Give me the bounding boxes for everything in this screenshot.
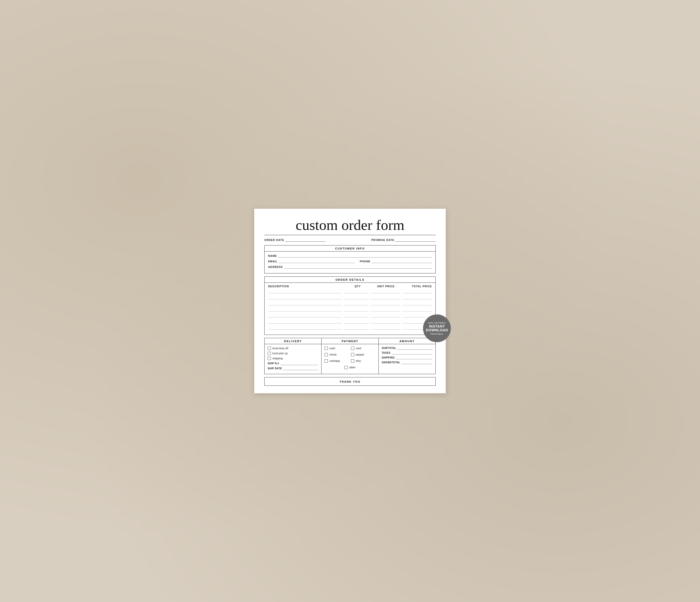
desc-field-4[interactable]: [268, 308, 342, 311]
unit-field-6[interactable]: [371, 320, 400, 323]
promise-date-label: PROMISE DATE: [371, 238, 394, 241]
customer-info-section: CUSTOMER INFO NAME EMAIL PHONE ADDRESS: [264, 245, 436, 273]
unit-field-5[interactable]: [371, 314, 400, 317]
delivery-option-3[interactable]: shipping: [268, 357, 318, 360]
payment-etsy[interactable]: etsy: [351, 359, 375, 363]
qty-field-1[interactable]: [344, 290, 369, 293]
unit-field-7[interactable]: [371, 326, 400, 330]
order-details-body: DESCRIPTION QTY UNIT PRICE TOTAL PRICE: [265, 283, 435, 335]
local-pickup-label: local pick up: [272, 352, 288, 355]
payment-check[interactable]: check: [325, 353, 349, 356]
total-field-4[interactable]: [402, 308, 432, 311]
promise-date-input[interactable]: [395, 238, 436, 242]
payment-cash[interactable]: cash: [325, 347, 349, 350]
qty-field-7[interactable]: [344, 326, 369, 330]
desc-field-7[interactable]: [268, 326, 342, 330]
order-row: [268, 308, 432, 311]
checkbox-check[interactable]: [325, 353, 328, 356]
cashapp-label: cashapp: [329, 359, 340, 362]
order-details-section: ORDER DETAILS DESCRIPTION QTY UNIT PRICE…: [264, 277, 436, 335]
desc-field-2[interactable]: [268, 296, 342, 299]
taxes-row: TAXES: [382, 351, 432, 355]
email-label: EMAIL: [268, 260, 278, 263]
total-field-3[interactable]: [402, 302, 432, 306]
checkbox-shipping[interactable]: [268, 357, 271, 360]
order-row: [268, 326, 432, 330]
unit-field-2[interactable]: [371, 296, 400, 299]
delivery-col: DELIVERY local drop off local pick up sh…: [265, 338, 322, 374]
amount-body: SUBTOTAL TAXES SHIPPING GRANDTOTAL: [379, 344, 435, 368]
col-description: DESCRIPTION: [268, 285, 345, 288]
checkbox-other[interactable]: [345, 366, 348, 369]
checkbox-cashapp[interactable]: [325, 359, 328, 363]
phone-field[interactable]: [371, 260, 432, 263]
checkbox-paypal[interactable]: [351, 353, 354, 356]
qty-field-2[interactable]: [344, 296, 369, 299]
ship-number-row: SHIP N.#: [268, 362, 318, 365]
ship-date-field[interactable]: [283, 367, 318, 370]
address-label: ADDRESS: [268, 265, 283, 268]
paper-form: 100% EDITABLE INSTANT DOWNLOAD PRINTABLE…: [254, 209, 446, 393]
phone-label: PHONE: [360, 260, 370, 263]
email-field[interactable]: [279, 260, 355, 263]
qty-field-3[interactable]: [344, 302, 369, 306]
subtotal-field[interactable]: [397, 347, 432, 350]
unit-field-1[interactable]: [371, 290, 400, 293]
title-area: custom order form: [264, 216, 436, 235]
desc-field-6[interactable]: [268, 320, 342, 323]
qty-field-4[interactable]: [344, 308, 369, 311]
customer-info-body: NAME EMAIL PHONE ADDRESS: [265, 252, 435, 273]
order-col-headers: DESCRIPTION QTY UNIT PRICE TOTAL PRICE: [268, 285, 432, 288]
delivery-body: local drop off local pick up shipping SH…: [265, 344, 321, 374]
payment-col: PAYMENT cash card check: [322, 338, 378, 374]
col-qty: QTY: [345, 285, 371, 288]
checkbox-card[interactable]: [351, 347, 354, 350]
name-label: NAME: [268, 254, 277, 257]
payment-paypal[interactable]: paypal: [351, 353, 375, 356]
qty-field-5[interactable]: [344, 314, 369, 317]
name-field[interactable]: [278, 254, 432, 258]
other-label: other: [349, 366, 355, 369]
customer-info-header: CUSTOMER INFO: [265, 245, 435, 252]
email-item: EMAIL: [268, 260, 355, 263]
payment-cashapp[interactable]: cashapp: [325, 359, 349, 363]
order-date-field: ORDER DATE: [264, 238, 326, 242]
address-field[interactable]: [284, 265, 432, 269]
ship-n-label: SHIP N.#: [268, 362, 279, 365]
checkbox-local-pickup[interactable]: [268, 352, 271, 355]
delivery-option-2[interactable]: local pick up: [268, 352, 318, 355]
payment-card[interactable]: card: [351, 347, 375, 350]
desc-field-1[interactable]: [268, 290, 342, 293]
taxes-field[interactable]: [392, 351, 432, 355]
desc-field-3[interactable]: [268, 302, 342, 306]
grandtotal-field[interactable]: [401, 361, 432, 364]
card-label: card: [356, 347, 361, 350]
total-field-2[interactable]: [402, 296, 432, 299]
etsy-label: etsy: [356, 359, 361, 362]
unit-field-3[interactable]: [371, 302, 400, 306]
checkbox-local-dropoff[interactable]: [268, 347, 271, 350]
email-phone-row: EMAIL PHONE: [268, 260, 432, 263]
delivery-header: DELIVERY: [265, 338, 321, 344]
stamp-circle: [424, 315, 450, 342]
ship-n-field[interactable]: [280, 362, 319, 365]
bottom-row: DELIVERY local drop off local pick up sh…: [264, 338, 436, 374]
stamp-top-text: 100% EDITABLE: [426, 322, 448, 324]
order-date-input[interactable]: [285, 238, 326, 242]
stamp-bottom-text: PRINTABLE: [426, 333, 448, 335]
unit-field-4[interactable]: [371, 308, 400, 311]
promise-date-field: PROMISE DATE: [371, 238, 436, 242]
order-row: [268, 302, 432, 306]
payment-other[interactable]: other: [325, 366, 375, 369]
dates-row: ORDER DATE PROMISE DATE: [264, 238, 436, 242]
shipping-field[interactable]: [396, 356, 432, 359]
checkbox-etsy[interactable]: [351, 359, 354, 363]
delivery-option-1[interactable]: local drop off: [268, 347, 318, 350]
qty-field-6[interactable]: [344, 320, 369, 323]
col-total-price: TOTAL PRICE: [401, 285, 432, 288]
total-field-5[interactable]: [402, 314, 432, 317]
order-date-label: ORDER DATE: [264, 238, 284, 241]
total-field-1[interactable]: [402, 290, 432, 293]
checkbox-cash[interactable]: [325, 347, 328, 350]
desc-field-5[interactable]: [268, 314, 342, 317]
